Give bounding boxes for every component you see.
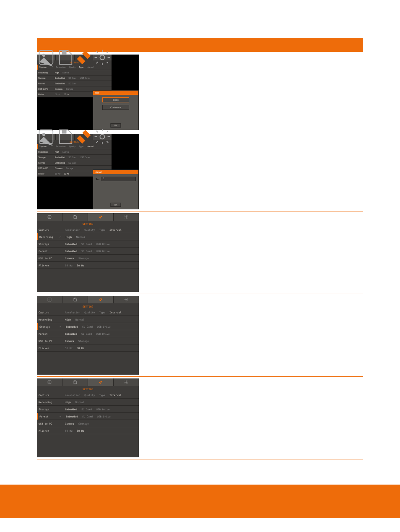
dialog-type: Type Single Continuous OK xyxy=(93,90,139,130)
section-recording: SETTING Capture Resolution Quality Type … xyxy=(37,213,363,294)
row-recording[interactable]: Recording ⏎ High Normal xyxy=(37,233,139,240)
tab-image-icon[interactable] xyxy=(37,213,62,221)
row-storage[interactable]: Storage ⏎ Embedded SD Card USB Drive xyxy=(37,323,139,330)
section-storage: SETTING Capture Resolution Quality Type … xyxy=(37,296,363,377)
row-storage[interactable]: Storage Embedded SD Card USB Drive xyxy=(37,406,139,413)
svg-rect-12 xyxy=(48,298,51,301)
svg-point-3 xyxy=(100,55,105,60)
svg-rect-14 xyxy=(74,298,75,299)
svg-rect-8 xyxy=(48,215,51,219)
tab-image-icon[interactable] xyxy=(37,296,62,303)
screenshot-type: SETTING Capture Resolution Quality Type … xyxy=(37,55,139,130)
enter-arrow-icon: ⏎ xyxy=(60,415,64,418)
tab-gear-icon[interactable] xyxy=(114,213,139,221)
screenshot-format: SETTING Capture Resolution Quality Type … xyxy=(37,378,139,457)
svg-rect-16 xyxy=(48,381,51,384)
tab-save-icon[interactable] xyxy=(62,378,88,386)
panel-title: SETTING xyxy=(37,386,139,391)
panel-title: SETTING xyxy=(37,303,139,309)
dialog-title: Interval xyxy=(93,170,138,174)
row-recording[interactable]: Recording High Normal xyxy=(37,399,139,406)
tab-gear-icon[interactable] xyxy=(93,134,112,140)
dialog-ok-button[interactable]: OK xyxy=(110,203,121,207)
row-capture[interactable]: Capture Resolution Quality Type Interval xyxy=(37,226,139,233)
enter-arrow-icon: ⏎ xyxy=(60,325,64,328)
dialog-interval: Interval Sec. 1 OK xyxy=(93,170,139,209)
tab-image-icon[interactable] xyxy=(37,55,56,60)
interval-input[interactable]: 1 xyxy=(101,177,136,181)
row-storage[interactable]: Storage Embedded SD Card USB Drive xyxy=(37,76,112,81)
svg-point-19 xyxy=(126,382,127,383)
tab-save-icon[interactable] xyxy=(62,213,88,221)
tab-tools-icon[interactable] xyxy=(75,134,94,140)
svg-point-1 xyxy=(42,54,45,57)
tab-tools-icon[interactable] xyxy=(88,296,114,303)
row-usbtopc[interactable]: USB to PC Camera Storage xyxy=(37,420,139,427)
footer-band xyxy=(0,485,400,518)
svg-point-13 xyxy=(49,299,49,300)
enter-arrow-icon: ⏎ xyxy=(60,235,64,238)
svg-point-5 xyxy=(42,133,45,136)
row-capture[interactable]: Capture Resolution Quality Type Interval xyxy=(37,391,139,399)
tab-save-icon[interactable] xyxy=(56,55,75,60)
svg-rect-6 xyxy=(62,130,66,134)
row-recording[interactable]: Recording High Normal xyxy=(37,149,112,155)
section-format: SETTING Capture Resolution Quality Type … xyxy=(37,378,363,459)
svg-point-15 xyxy=(126,299,127,300)
row-usbtopc[interactable]: USB to PC Camera Storage xyxy=(37,337,139,344)
tab-save-icon[interactable] xyxy=(62,296,88,303)
option-continuous[interactable]: Continuous xyxy=(102,105,129,110)
tab-save-icon[interactable] xyxy=(56,134,75,140)
svg-rect-10 xyxy=(74,215,75,216)
row-storage[interactable]: Storage Embedded SD Card USB Drive xyxy=(37,155,112,160)
tab-image-icon[interactable] xyxy=(37,134,56,140)
svg-rect-2 xyxy=(62,51,66,55)
svg-rect-18 xyxy=(74,381,75,381)
screenshot-storage: SETTING Capture Resolution Quality Type … xyxy=(37,296,139,375)
row-format[interactable]: Format ⏎ Embedded SD Card USB Drive xyxy=(37,413,139,420)
row-format[interactable]: Format Embedded SD Card xyxy=(37,160,112,166)
row-format[interactable]: Format Embedded SD Card xyxy=(37,81,112,86)
row-capture[interactable]: Capture Resolution Quality Type Interval xyxy=(37,309,139,316)
tab-tools-icon[interactable] xyxy=(88,378,114,386)
tab-gear-icon[interactable] xyxy=(114,378,139,386)
dialog-ok-button[interactable]: OK xyxy=(110,123,121,128)
screenshot-interval: SETTING Capture Resolution Quality Type … xyxy=(37,134,139,209)
svg-point-17 xyxy=(49,381,49,382)
section-interval: SETTING Capture Resolution Quality Type … xyxy=(37,134,363,211)
tab-gear-icon[interactable] xyxy=(114,296,139,303)
tab-tools-icon[interactable] xyxy=(75,55,94,60)
tab-gear-icon[interactable] xyxy=(93,55,112,60)
row-recording[interactable]: Recording High Normal xyxy=(37,316,139,323)
svg-point-11 xyxy=(126,216,127,218)
row-flicker[interactable]: Flicker 50 Hz 60 Hz xyxy=(37,427,139,434)
row-format[interactable]: Format Embedded SD Card USB Drive xyxy=(37,330,139,337)
tab-image-icon[interactable] xyxy=(37,378,62,386)
svg-point-9 xyxy=(49,216,49,217)
row-flicker[interactable]: Flicker 50 Hz 60 Hz xyxy=(37,344,139,352)
input-label: Sec. xyxy=(96,178,100,180)
row-flicker[interactable]: Flicker 50 Hz 60 Hz xyxy=(37,262,139,269)
svg-point-7 xyxy=(100,135,105,139)
row-recording[interactable]: Recording High Normal xyxy=(37,70,112,76)
option-single[interactable]: Single xyxy=(102,97,129,102)
screenshot-recording: SETTING Capture Resolution Quality Type … xyxy=(37,213,139,292)
tab-tools-icon[interactable] xyxy=(88,213,114,221)
section-type: SETTING Capture Resolution Quality Type … xyxy=(37,55,363,132)
panel-title: SETTING xyxy=(37,221,139,226)
row-storage[interactable]: Storage Embedded SD Card USB Drive xyxy=(37,240,139,248)
row-usbtopc[interactable]: USB to PC Camera Storage xyxy=(37,255,139,262)
row-format[interactable]: Format Embedded SD Card USB Drive xyxy=(37,248,139,255)
dialog-title: Type xyxy=(93,91,138,95)
